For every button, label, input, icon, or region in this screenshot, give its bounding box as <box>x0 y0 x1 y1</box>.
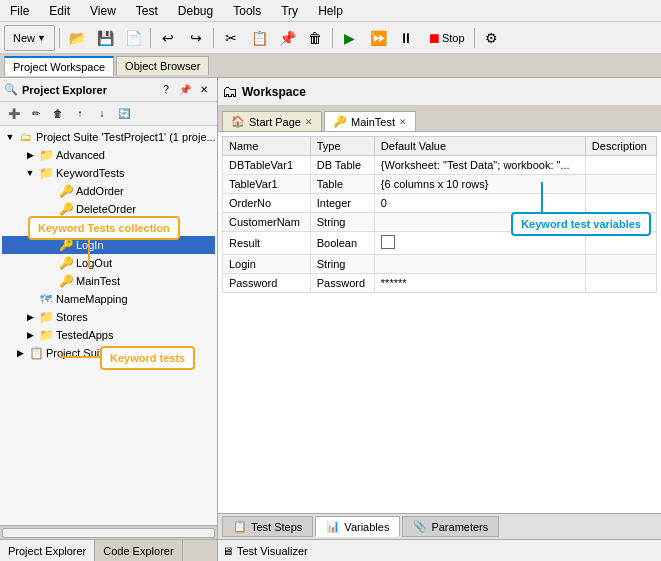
explorer-close-button[interactable]: ✕ <box>195 81 213 99</box>
col-default: Default Value <box>374 137 585 156</box>
advanced-expand-icon[interactable]: ▶ <box>22 147 38 163</box>
cell-desc <box>585 213 656 232</box>
add-item-button[interactable]: ➕ <box>4 104 24 124</box>
folder-icon-stores: 📁 <box>38 309 54 325</box>
copy-button[interactable]: 📋 <box>246 25 272 51</box>
cell-type: String <box>310 213 374 232</box>
keywordtests-expand-icon[interactable]: ▼ <box>22 165 38 181</box>
logs-expand-icon[interactable]: ▶ <box>12 345 28 361</box>
tab-project-explorer-label: Project Explorer <box>8 545 86 557</box>
tab-project-explorer[interactable]: Project Explorer <box>0 540 95 561</box>
run-button[interactable]: ▶ <box>337 25 363 51</box>
test-steps-icon: 📋 <box>233 520 247 533</box>
start-page-icon: 🏠 <box>231 115 245 128</box>
table-row[interactable]: CustomerNam String <box>223 213 657 232</box>
tab-project-workspace[interactable]: Project Workspace <box>4 56 114 76</box>
root-expand-icon[interactable]: ▼ <box>2 129 18 145</box>
main-test-close-icon[interactable]: ✕ <box>399 117 407 127</box>
menu-try[interactable]: Try <box>275 2 304 20</box>
tree-item-login[interactable]: ▶ 🔑 LogIn <box>2 236 215 254</box>
delete-button[interactable]: 🗑 <box>302 25 328 51</box>
undo-button[interactable]: ↩ <box>155 25 181 51</box>
toolbar-separator-2 <box>150 28 151 48</box>
tree-item-logs[interactable]: ▶ 📋 Project Suite Logs <box>2 344 215 362</box>
cut-button[interactable]: ✂ <box>218 25 244 51</box>
edit-item-button[interactable]: ✏ <box>26 104 46 124</box>
open-button[interactable]: 📂 <box>64 25 90 51</box>
tab-object-browser[interactable]: Object Browser <box>116 56 209 75</box>
menu-help[interactable]: Help <box>312 2 349 20</box>
tree-item-maintest[interactable]: ▶ 🔑 MainTest <box>2 272 215 290</box>
explorer-header: 🔍 Project Explorer ? 📌 ✕ <box>0 78 217 102</box>
tab-variables[interactable]: 📊 Variables <box>315 516 400 537</box>
redo-button[interactable]: ↪ <box>183 25 209 51</box>
cell-default <box>374 255 585 274</box>
tree-root[interactable]: ▼ 🗂 Project Suite 'TestProject1' (1 proj… <box>2 128 215 146</box>
save-button[interactable]: 💾 <box>92 25 118 51</box>
editorder-expand-icon: ▶ <box>42 219 58 235</box>
tab-code-explorer[interactable]: Code Explorer <box>95 540 182 561</box>
cut-icon: ✂ <box>223 30 239 46</box>
table-row[interactable]: TableVar1 Table {6 columns x 10 rows} <box>223 175 657 194</box>
properties-button[interactable]: 📄 <box>120 25 146 51</box>
stores-expand-icon[interactable]: ▶ <box>22 309 38 325</box>
menu-view[interactable]: View <box>84 2 122 20</box>
table-row[interactable]: Login String <box>223 255 657 274</box>
open-icon: 📂 <box>69 30 85 46</box>
tree-item-testedapps[interactable]: ▶ 📁 TestedApps <box>2 326 215 344</box>
parameters-icon: 📎 <box>413 520 427 533</box>
dropdown-arrow-icon: ▼ <box>37 33 46 43</box>
tab-main-test[interactable]: 🔑 MainTest ✕ <box>324 111 416 131</box>
cell-name: Password <box>223 274 311 293</box>
boolean-checkbox[interactable] <box>381 235 395 249</box>
project-suite-icon: 🗂 <box>18 129 34 145</box>
cell-desc <box>585 232 656 255</box>
cell-desc <box>585 156 656 175</box>
menu-file[interactable]: File <box>4 2 35 20</box>
move-down-button[interactable]: ↓ <box>92 104 112 124</box>
explorer-title: 🔍 Project Explorer <box>4 83 107 96</box>
cell-default <box>374 232 585 255</box>
explorer-help-button[interactable]: ? <box>157 81 175 99</box>
explorer-actions: ? 📌 ✕ <box>157 81 213 99</box>
table-row[interactable]: DBTableVar1 DB Table {Worksheet: "Test D… <box>223 156 657 175</box>
menu-tools[interactable]: Tools <box>227 2 267 20</box>
testedapps-expand-icon[interactable]: ▶ <box>22 327 38 343</box>
menu-debug[interactable]: Debug <box>172 2 219 20</box>
tree-item-addorder[interactable]: ▶ 🔑 AddOrder <box>2 182 215 200</box>
delete-item-button[interactable]: 🗑 <box>48 104 68 124</box>
test-steps-label: Test Steps <box>251 521 302 533</box>
new-button[interactable]: New ▼ <box>4 25 55 51</box>
left-horizontal-scrollbar[interactable] <box>2 528 215 538</box>
menu-edit[interactable]: Edit <box>43 2 76 20</box>
refresh-button[interactable]: 🔄 <box>114 104 134 124</box>
tree-item-editorder[interactable]: ▶ 🔑 EditOrder <box>2 218 215 236</box>
left-scrollbar-area <box>0 525 217 539</box>
tree-item-stores[interactable]: ▶ 📁 Stores <box>2 308 215 326</box>
start-page-close-icon[interactable]: ✕ <box>305 117 313 127</box>
tree-item-deleteorder[interactable]: ▶ 🔑 DeleteOrder <box>2 200 215 218</box>
pause-button[interactable]: ⏸ <box>393 25 419 51</box>
tree-item-logout[interactable]: ▶ 🔑 LogOut <box>2 254 215 272</box>
move-up-button[interactable]: ↑ <box>70 104 90 124</box>
tree-item-namemapping[interactable]: ▶ 🗺 NameMapping <box>2 290 215 308</box>
tree-item-keywordtests[interactable]: ▼ 📁 KeywordTests <box>2 164 215 182</box>
cell-desc <box>585 175 656 194</box>
stop-button[interactable]: ⏹ Stop <box>421 25 470 51</box>
logout-expand-icon: ▶ <box>42 255 58 271</box>
table-row[interactable]: OrderNo Integer 0 <box>223 194 657 213</box>
run-all-button[interactable]: ⏩ <box>365 25 391 51</box>
table-row[interactable]: Password Password ****** <box>223 274 657 293</box>
menu-test[interactable]: Test <box>130 2 164 20</box>
table-row[interactable]: Result Boolean <box>223 232 657 255</box>
workspace-icon: 🗂 <box>222 83 238 101</box>
maintest-label: MainTest <box>74 275 120 287</box>
tab-start-page[interactable]: 🏠 Start Page ✕ <box>222 111 322 131</box>
settings-button[interactable]: ⚙ <box>479 25 505 51</box>
tab-test-steps[interactable]: 📋 Test Steps <box>222 516 313 537</box>
tab-parameters[interactable]: 📎 Parameters <box>402 516 499 537</box>
tree-item-advanced[interactable]: ▶ 📁 Advanced <box>2 146 215 164</box>
paste-button[interactable]: 📌 <box>274 25 300 51</box>
explorer-pin-button[interactable]: 📌 <box>176 81 194 99</box>
test-visualizer-label: Test Visualizer <box>237 545 308 557</box>
